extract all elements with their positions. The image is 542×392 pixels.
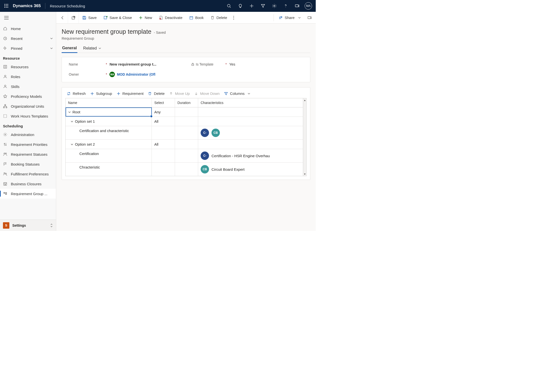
row-select-cell[interactable]: All xyxy=(152,140,175,149)
save-button[interactable]: Save xyxy=(79,12,100,24)
search-icon[interactable] xyxy=(224,1,234,11)
nav-booking-statuses[interactable]: Booking Statuses xyxy=(0,159,56,169)
requirement-button[interactable]: Requirement xyxy=(117,91,144,96)
row-duration-cell[interactable] xyxy=(175,140,198,149)
row-select-cell[interactable] xyxy=(152,163,175,176)
add-icon[interactable] xyxy=(247,1,257,11)
priority-icon xyxy=(3,142,7,147)
nav-recent[interactable]: Recent xyxy=(0,34,56,43)
owner-lookup[interactable]: MA MOD Administrator (Ofl xyxy=(109,72,155,77)
nav-req-group-label: Requirement Group ... xyxy=(11,192,47,196)
assistant-side-icon[interactable] xyxy=(304,12,315,24)
nav-home-label: Home xyxy=(11,27,21,31)
share-button[interactable]: Share xyxy=(275,12,304,24)
nav-req-statuses[interactable]: Requirement Statuses xyxy=(0,149,56,159)
book-button[interactable]: Book xyxy=(186,12,207,24)
filter-icon[interactable] xyxy=(258,1,268,11)
row-characteristics-cell[interactable] xyxy=(198,117,303,126)
nav-req-priorities[interactable]: Requirement Priorities xyxy=(0,139,56,149)
grid-row[interactable]: ChracteristicCBCircuit Board Expert xyxy=(66,163,303,176)
row-select-cell[interactable] xyxy=(152,149,175,162)
required-star: * xyxy=(226,62,227,66)
nav-roles[interactable]: Roles xyxy=(0,72,56,82)
open-new-window-button[interactable] xyxy=(68,12,79,24)
help-icon[interactable] xyxy=(281,1,291,11)
required-star: * xyxy=(106,62,107,66)
scroll-down-icon[interactable]: ▼ xyxy=(304,173,306,175)
chevron-down-icon[interactable] xyxy=(68,111,71,114)
svg-point-14 xyxy=(285,7,286,7)
refresh-button[interactable]: Refresh xyxy=(67,91,86,96)
svg-rect-0 xyxy=(4,4,5,5)
nav-home[interactable]: Home xyxy=(0,24,56,34)
new-button[interactable]: New xyxy=(135,12,156,24)
nav-fulfillment[interactable]: Fulfillment Preferences xyxy=(0,169,56,179)
nav-req-group[interactable]: Requirement Group ... xyxy=(0,189,56,199)
back-button[interactable] xyxy=(57,12,68,24)
subgroup-button[interactable]: Subgroup xyxy=(90,91,112,96)
col-header-select[interactable]: Select xyxy=(152,98,175,107)
chevron-down-icon[interactable] xyxy=(70,143,74,146)
deactivate-button[interactable]: Deactivate xyxy=(156,12,186,24)
col-header-characteristics[interactable]: Characteristics xyxy=(198,98,303,107)
nav-skills[interactable]: Skills xyxy=(0,82,56,91)
characteristic-pill[interactable]: CB xyxy=(201,165,209,173)
row-duration-cell[interactable] xyxy=(175,126,198,139)
site-map-toggle-icon[interactable] xyxy=(3,14,10,21)
grid-row[interactable]: CertificationC-Certification - HSR Engin… xyxy=(66,149,303,163)
grid-row[interactable]: Option set 2All xyxy=(66,140,303,149)
brand-label[interactable]: Dynamics 365 xyxy=(13,3,41,8)
field-name-value[interactable]: New requirement group t... xyxy=(109,62,181,66)
row-characteristics-cell[interactable]: C-CB xyxy=(198,126,303,139)
row-select-cell[interactable] xyxy=(152,126,175,139)
chevron-down-icon[interactable] xyxy=(70,120,74,123)
row-select-cell[interactable]: All xyxy=(152,117,175,126)
characteristic-pill[interactable]: C- xyxy=(201,152,209,160)
columns-button[interactable]: Columns xyxy=(224,91,250,96)
nav-pinned[interactable]: Pinned xyxy=(0,43,56,53)
area-switcher[interactable]: S Settings xyxy=(0,220,56,231)
row-duration-cell[interactable] xyxy=(175,117,198,126)
cmd-divider xyxy=(274,14,274,21)
row-characteristics-cell[interactable]: CBCircuit Board Expert xyxy=(198,163,303,176)
row-duration-cell[interactable] xyxy=(175,107,198,117)
assistant-icon[interactable] xyxy=(292,1,302,11)
pin-icon xyxy=(3,46,7,51)
nav-org-units[interactable]: Organizational Units xyxy=(0,101,56,111)
characteristic-pill[interactable]: CB xyxy=(211,129,220,137)
col-header-duration[interactable]: Duration xyxy=(175,98,198,107)
scroll-up-icon[interactable]: ▲ xyxy=(304,99,306,102)
svg-rect-25 xyxy=(6,107,7,108)
nav-biz-closures[interactable]: Business Closures xyxy=(0,179,56,189)
tab-related[interactable]: Related xyxy=(83,44,102,53)
settings-gear-icon[interactable] xyxy=(269,1,279,11)
nav-resources[interactable]: Resources xyxy=(0,62,56,72)
characteristic-pill[interactable]: C- xyxy=(201,129,209,137)
grid-row[interactable]: Option set 1All xyxy=(66,117,303,126)
nav-work-hours[interactable]: Work Hours Templates xyxy=(0,111,56,121)
grid-row[interactable]: Certification and characteristicC-CB xyxy=(66,126,303,140)
nav-administration[interactable]: Administration xyxy=(0,130,56,139)
row-characteristics-cell[interactable]: C-Certification - HSR Engine Overhau xyxy=(198,149,303,162)
row-characteristics-cell[interactable] xyxy=(198,140,303,149)
svg-rect-8 xyxy=(7,7,8,8)
more-commands-button[interactable] xyxy=(231,12,237,24)
grid-delete-button[interactable]: Delete xyxy=(148,91,164,96)
tab-general[interactable]: General xyxy=(62,44,77,53)
app-launcher-icon[interactable] xyxy=(2,2,10,10)
row-select-cell[interactable]: Any xyxy=(152,107,175,117)
grid-row[interactable]: RootAny xyxy=(66,107,303,117)
delete-button[interactable]: Delete xyxy=(207,12,230,24)
user-avatar[interactable]: MA xyxy=(303,1,313,11)
row-duration-cell[interactable] xyxy=(175,163,198,176)
save-close-button[interactable]: Save & Close xyxy=(100,12,135,24)
row-duration-cell[interactable] xyxy=(175,149,198,162)
col-header-name[interactable]: Name xyxy=(66,98,152,107)
app-name-label[interactable]: Resource Scheduling xyxy=(50,4,85,8)
nav-proficiency[interactable]: Proficiency Models xyxy=(0,91,56,101)
nav-admin-label: Administration xyxy=(11,133,34,137)
lightbulb-icon[interactable] xyxy=(235,1,245,11)
row-characteristics-cell[interactable] xyxy=(198,107,303,117)
vertical-scrollbar[interactable]: ▲ ▼ xyxy=(303,98,307,176)
svg-rect-26 xyxy=(4,115,7,118)
